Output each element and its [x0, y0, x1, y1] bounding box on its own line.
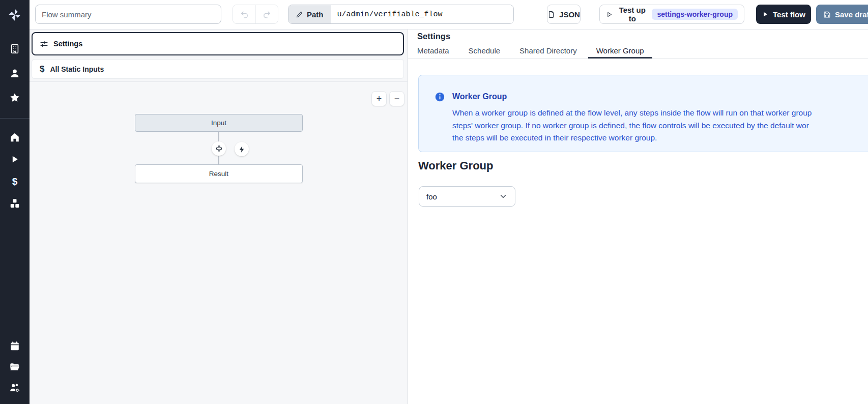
sidebar-divider	[0, 118, 30, 119]
building-icon	[9, 43, 20, 54]
flow-editor-panel: Settings $ All Static Inputs Input Resul…	[30, 30, 408, 404]
pencil-icon	[296, 11, 303, 18]
flow-graph-canvas[interactable]: Input Result + −	[30, 81, 408, 404]
sidebar-item-runs[interactable]	[0, 149, 30, 169]
edit-path-button[interactable]: Path	[288, 5, 331, 23]
input-node[interactable]: Input	[135, 114, 303, 132]
play-icon	[10, 154, 20, 164]
alert-line: When a worker group is defined at the fl…	[452, 107, 812, 120]
minus-icon: −	[394, 94, 400, 104]
add-trigger-button[interactable]	[235, 142, 249, 156]
sidebar-item-home[interactable]	[0, 127, 30, 148]
sidebar-item-user[interactable]	[0, 63, 30, 83]
sidebar-item-workspace[interactable]	[0, 39, 30, 59]
worker-group-section-title: Worker Group	[418, 159, 494, 172]
dollar-sign-icon: $	[12, 176, 18, 187]
sliders-icon	[40, 40, 48, 48]
sidebar-item-folders[interactable]	[0, 357, 30, 377]
alert-line: the steps will be executed in their resp…	[452, 132, 812, 145]
alert-line: steps' worker group. If no worker group …	[452, 120, 812, 132]
topbar: Path JSON Test up to settings-worker-gro…	[30, 0, 868, 30]
undo-arrow-icon	[240, 10, 249, 19]
sidebar-item-schedules[interactable]	[0, 336, 30, 356]
folder-open-icon	[9, 361, 20, 372]
app-sidebar: $	[0, 0, 30, 404]
tab-shared-directory[interactable]: Shared Directory	[511, 46, 585, 59]
bolt-icon	[238, 146, 246, 153]
calendar-icon	[9, 340, 20, 352]
windmill-logo[interactable]	[0, 0, 30, 30]
boxes-icon	[9, 198, 20, 209]
alert-body: When a worker group is defined at the fl…	[452, 107, 812, 145]
test-up-to-label: Test up to	[617, 6, 648, 23]
dollar-sign-icon: $	[40, 64, 44, 74]
user-icon	[9, 68, 20, 79]
sidebar-item-favorites[interactable]	[0, 88, 30, 108]
sidebar-item-workers[interactable]	[0, 378, 30, 398]
plus-cross-icon	[215, 145, 223, 153]
sidebar-item-variables[interactable]: $	[0, 171, 30, 192]
input-node-label: Input	[211, 119, 226, 127]
plus-icon: +	[377, 94, 382, 104]
alert-title: Worker Group	[452, 92, 507, 101]
play-outline-icon	[606, 11, 613, 18]
undo-button[interactable]	[233, 5, 255, 23]
tab-schedule[interactable]: Schedule	[460, 46, 509, 59]
flow-settings-label: Settings	[53, 40, 82, 48]
info-icon	[435, 92, 445, 104]
sidebar-item-resources[interactable]	[0, 193, 30, 214]
tab-worker-group[interactable]: Worker Group	[588, 46, 652, 59]
settings-panel-title: Settings	[417, 32, 450, 41]
tab-schedule-label: Schedule	[469, 46, 501, 55]
json-button-label: JSON	[559, 10, 580, 19]
worker-group-info-alert: Worker Group When a worker group is defi…	[418, 75, 868, 152]
path-input[interactable]	[331, 5, 513, 23]
result-node-label: Result	[209, 170, 228, 178]
star-icon	[9, 92, 20, 103]
worker-group-select[interactable]: foo	[419, 186, 515, 207]
save-icon	[823, 11, 831, 18]
redo-button[interactable]	[255, 5, 278, 23]
path-label: Path	[307, 10, 324, 19]
test-flow-label: Test flow	[773, 10, 805, 19]
tab-worker-group-label: Worker Group	[596, 46, 644, 55]
tab-metadata[interactable]: Metadata	[409, 46, 457, 59]
redo-arrow-icon	[263, 10, 271, 19]
path-group: Path	[288, 5, 514, 24]
tab-shared-directory-label: Shared Directory	[519, 46, 577, 55]
json-button[interactable]: JSON	[547, 5, 581, 24]
users-gear-icon	[9, 382, 20, 393]
all-static-inputs-item[interactable]: $ All Static Inputs	[32, 59, 404, 79]
home-icon	[9, 132, 20, 143]
flow-settings-item[interactable]: Settings	[32, 32, 404, 55]
test-up-to-step-badge[interactable]: settings-worker-group	[652, 9, 738, 20]
undo-redo-group	[233, 5, 278, 24]
settings-tabs: Metadata Schedule Shared Directory Worke…	[408, 46, 868, 59]
save-draft-button[interactable]: Save draft	[816, 5, 868, 24]
windmill-logo-icon	[8, 8, 22, 22]
worker-group-select-value: foo	[426, 192, 437, 201]
zoom-out-button[interactable]: −	[389, 91, 404, 106]
result-node[interactable]: Result	[135, 164, 303, 183]
flow-summary-input[interactable]	[35, 5, 221, 24]
tab-metadata-label: Metadata	[417, 46, 449, 55]
chevron-down-icon	[499, 192, 508, 201]
test-flow-button[interactable]: Test flow	[756, 5, 811, 24]
add-step-button[interactable]	[212, 141, 226, 156]
settings-panel: Settings Metadata Schedule Shared Direct…	[408, 30, 868, 404]
zoom-in-button[interactable]: +	[371, 91, 387, 106]
test-up-to-button[interactable]: Test up to settings-worker-group	[599, 5, 744, 24]
save-draft-label: Save draft	[835, 10, 868, 19]
play-filled-icon	[762, 11, 769, 18]
all-static-inputs-label: All Static Inputs	[50, 65, 104, 73]
file-json-icon	[547, 11, 555, 18]
